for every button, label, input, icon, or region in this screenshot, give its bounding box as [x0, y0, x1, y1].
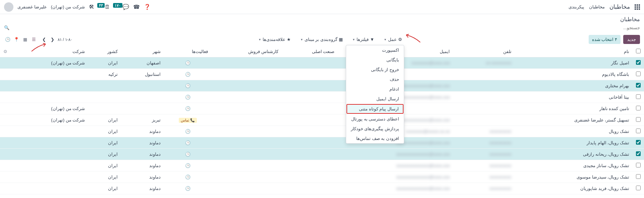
cell-salesperson [211, 160, 282, 171]
action-menu-item[interactable]: بایگانی [346, 55, 404, 65]
table-row[interactable]: تشک رویال، ساناز مجیدیvvvvvvvvvvxxxxxxxx… [0, 160, 644, 171]
debug-icon[interactable]: 🛠 [89, 4, 94, 10]
nav-link-contacts[interactable]: مخاطبان [589, 4, 605, 9]
table-row[interactable]: تشک رویال، فرید شاپوریانvvvvvvvvvvxxxxxx… [0, 183, 644, 194]
cell-salesperson [211, 126, 282, 137]
new-button[interactable]: جدید [623, 35, 640, 44]
col-company[interactable]: شرکت [11, 46, 88, 57]
col-city[interactable]: شهر [121, 46, 164, 57]
cell-activity: 📞 تماس [164, 114, 212, 126]
cell-email: xxxxxxxxxxxxxxx@xxxx.xxx [338, 149, 453, 160]
action-menu-item[interactable]: اعطای دسترسی به پورتال [346, 114, 404, 124]
row-checkbox[interactable] [636, 71, 641, 76]
calendar-icon[interactable]: 🗓۴۳ [98, 4, 110, 10]
table-row[interactable]: بهرام مختاریxxxxxxxxxxxxxxx@xxxx.xxx🕒 [0, 80, 644, 92]
table-row[interactable]: بیتا آقاخانیxxxxxxxxxxxxxxx@xxxx.xxx🕒 [0, 92, 644, 103]
cell-phone [453, 92, 515, 103]
table-row[interactable]: تشک رویال، ریحانه رازقیvvvvvvvvvvxxxxxxx… [0, 149, 644, 160]
activity-clock-icon[interactable]: 🕒 [185, 186, 191, 191]
table-row[interactable]: تشک رویال، سیدرضا موسویvvvvvvvvvvxxxxxxx… [0, 171, 644, 183]
row-checkbox[interactable] [636, 140, 641, 145]
cell-phone: vvvvvvvvvv [453, 171, 515, 183]
activity-clock-icon[interactable]: 🕒 [185, 72, 191, 77]
col-salesperson[interactable]: کارشناس فروش [211, 46, 282, 57]
table-row[interactable]: تشک رویالvvvvvvvvvvxxxxxxxx@xxxxx.xx.xx🕒… [0, 126, 644, 137]
action-menu-item[interactable]: افزودن به صف تماس‌ها [346, 134, 404, 143]
row-checkbox[interactable] [636, 106, 641, 110]
cell-salesperson [211, 103, 282, 114]
cell-name: تشک رویال، الهام پایدار [515, 137, 633, 149]
row-checkbox[interactable] [636, 94, 641, 99]
activity-clock-icon[interactable]: 🕒 [185, 140, 191, 145]
search-icon[interactable]: 🔍 [4, 25, 9, 30]
col-activities[interactable]: فعالیت‌ها [164, 46, 212, 57]
activity-clock-icon[interactable]: 🕒 [185, 60, 191, 65]
row-checkbox[interactable] [636, 174, 641, 179]
action-menu-item[interactable]: ارسال ایمیل [346, 94, 404, 104]
cell-industry [282, 57, 338, 69]
col-country[interactable]: کشور [88, 46, 121, 57]
table-row[interactable]: اصیل نگارvv-vvvvvvvvvxxxxxxxx@xxxx.xxx🕒ا… [0, 57, 644, 69]
cell-company [11, 126, 88, 137]
cell-country: ایران [88, 149, 121, 160]
cell-activity: 🕒 [164, 57, 212, 69]
select-all-checkbox[interactable] [636, 49, 641, 53]
gear-icon: ⚙ [398, 37, 402, 42]
activity-clock-icon[interactable]: 🕒 [185, 95, 191, 100]
activity-clock-icon[interactable]: 🕒 [185, 175, 191, 180]
table-row[interactable]: باشگاه پالادیوم🕒استانبولترکیه [0, 69, 644, 80]
pager-next[interactable]: ❯ [41, 36, 47, 43]
row-checkbox[interactable] [636, 186, 641, 190]
help-icon[interactable]: ❓ [144, 4, 151, 10]
row-checkbox[interactable] [636, 151, 641, 156]
nav-link-config[interactable]: پیکربندی [569, 4, 584, 9]
col-name[interactable]: نام [515, 46, 633, 57]
activity-clock-icon[interactable]: 🕒 [185, 129, 191, 134]
row-checkbox[interactable] [636, 83, 641, 88]
activity-clock-icon[interactable]: 🕒 [185, 106, 191, 111]
list-view-icon[interactable]: ☰ [30, 36, 38, 43]
table-row[interactable]: تامین کننده ناهار🕒شرکت من (تهران) [0, 103, 644, 114]
action-menu-item[interactable]: پردازش پیگیری‌های خودکار [346, 124, 404, 134]
action-menu-item[interactable]: خروج از بایگانی [346, 65, 404, 75]
selected-count-button[interactable]: ۴ انتخاب شده [589, 35, 621, 44]
action-menu-item[interactable]: ادغام [346, 84, 404, 94]
user-name[interactable]: علیرضا غضنفری [17, 4, 47, 9]
pager-prev[interactable]: ❮ [49, 36, 56, 43]
cell-name: اصیل نگار [515, 57, 633, 69]
column-settings-icon[interactable]: ⚙ [3, 49, 7, 54]
action-menu-item[interactable]: اکسپورت [346, 45, 404, 55]
action-menu-trigger[interactable]: ⚙ عمل [382, 36, 404, 43]
action-menu-item[interactable]: ارسال پیام کوتاه متنی [346, 104, 404, 114]
cell-company [11, 92, 88, 103]
messaging-icon[interactable]: 💬۱۷۰ [114, 4, 129, 10]
cell-salesperson [211, 183, 282, 194]
activity-phone-tag[interactable]: 📞 تماس [179, 118, 197, 123]
row-checkbox[interactable] [636, 163, 641, 167]
activity-clock-icon[interactable]: 🕒 [185, 163, 191, 168]
filters-trigger[interactable]: ▼ فیلترها [351, 36, 376, 43]
groupby-trigger[interactable]: ▦ گروه‌بندی بر مبنای [299, 36, 345, 43]
action-menu-item[interactable]: حذف [346, 75, 404, 84]
favorites-trigger[interactable]: ★ علاقه‌مندی‌ها [257, 36, 293, 43]
table-row[interactable]: تشک رویال، الهام پایدارvvvvvvvvvvxxxxxxx… [0, 137, 644, 149]
col-phone[interactable]: تلفن [453, 46, 515, 57]
map-view-icon[interactable]: 📍 [13, 36, 20, 43]
row-checkbox[interactable] [636, 117, 641, 122]
activities-icon[interactable]: ☎ [133, 4, 140, 10]
row-checkbox[interactable] [636, 60, 641, 65]
activity-clock-icon[interactable]: 🕒 [185, 152, 191, 157]
cell-industry [282, 160, 338, 171]
apps-icon[interactable] [635, 4, 640, 10]
avatar[interactable] [4, 2, 13, 12]
col-industry[interactable]: صنعت اصلی [282, 46, 338, 57]
table-row[interactable]: تسهیل گستر، علیرضا غضنفریxxxxxxxxxxxxxxx… [0, 114, 644, 126]
row-checkbox[interactable] [636, 129, 641, 133]
kanban-view-icon[interactable]: ▦ [21, 36, 29, 43]
cell-country: ایران [88, 57, 121, 69]
search-input[interactable] [12, 25, 640, 30]
company-selector[interactable]: شرکت من (تهران) [51, 4, 85, 9]
activity-view-icon[interactable]: 🕒 [4, 36, 11, 43]
filter-icon: ▼ [370, 37, 374, 42]
activity-clock-icon[interactable]: 🕒 [185, 83, 191, 88]
